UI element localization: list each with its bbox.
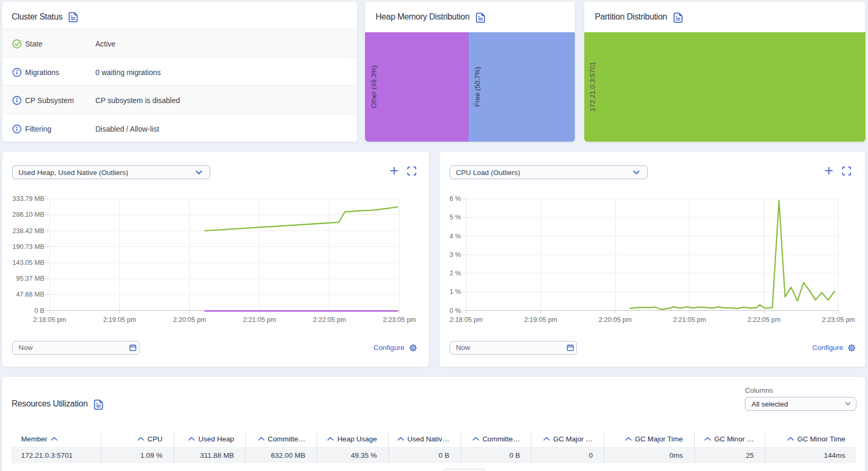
- svg-text:2:20:05 pm: 2:20:05 pm: [173, 316, 207, 324]
- svg-text:2 %: 2 %: [450, 270, 461, 277]
- svg-text:2:18:05 pm: 2:18:05 pm: [33, 316, 67, 324]
- svg-text:2:22:05 pm: 2:22:05 pm: [748, 316, 781, 324]
- svg-text:286.10 MB: 286.10 MB: [13, 211, 44, 218]
- svg-text:2:22:05 pm: 2:22:05 pm: [313, 316, 346, 324]
- svg-text:1 %: 1 %: [450, 288, 461, 295]
- svg-text:47.68 MB: 47.68 MB: [16, 291, 44, 298]
- svg-text:4 %: 4 %: [450, 233, 461, 240]
- svg-text:2:20:05 pm: 2:20:05 pm: [599, 316, 632, 324]
- svg-text:333.79 MB: 333.79 MB: [13, 195, 44, 202]
- svg-text:0 %: 0 %: [450, 307, 461, 315]
- svg-text:2:18:05 pm: 2:18:05 pm: [450, 316, 483, 324]
- svg-text:2:23:05 pm: 2:23:05 pm: [383, 316, 416, 324]
- svg-text:190.73 MB: 190.73 MB: [13, 243, 44, 251]
- svg-text:2:23:05 pm: 2:23:05 pm: [822, 316, 855, 324]
- svg-text:238.42 MB: 238.42 MB: [13, 227, 44, 235]
- svg-text:95.37 MB: 95.37 MB: [16, 275, 44, 282]
- svg-text:2:19:05 pm: 2:19:05 pm: [103, 316, 136, 324]
- svg-text:143.05 MB: 143.05 MB: [13, 259, 44, 266]
- svg-text:0 B: 0 B: [34, 307, 44, 315]
- svg-text:2:21:05 pm: 2:21:05 pm: [673, 316, 706, 324]
- svg-text:5 %: 5 %: [450, 214, 461, 221]
- svg-text:6 %: 6 %: [450, 195, 461, 202]
- svg-text:3 %: 3 %: [450, 251, 461, 258]
- svg-text:2:21:05 pm: 2:21:05 pm: [243, 316, 276, 324]
- svg-text:2:19:05 pm: 2:19:05 pm: [524, 316, 557, 324]
